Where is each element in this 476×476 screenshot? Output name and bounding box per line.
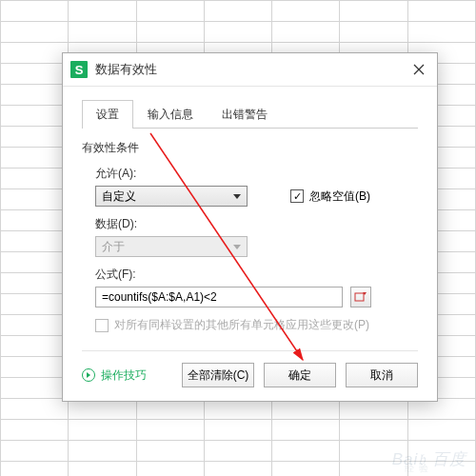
cancel-button[interactable]: 取消 — [346, 363, 418, 387]
play-icon — [82, 368, 95, 382]
tab-input-message[interactable]: 输入信息 — [133, 100, 208, 129]
chevron-down-icon — [233, 245, 241, 249]
svg-rect-0 — [355, 293, 364, 301]
data-validation-dialog: S 数据有效性 设置 输入信息 出错警告 有效性条件 允许(A): 自定义 忽略… — [62, 52, 438, 402]
formula-label: 公式(F): — [95, 267, 418, 283]
formula-input[interactable] — [95, 287, 343, 307]
dialog-title: 数据有效性 — [95, 61, 408, 78]
clear-all-button[interactable]: 全部清除(C) — [182, 363, 254, 387]
ignore-blank-checkbox[interactable]: 忽略空值(B) — [290, 188, 370, 205]
checkbox-icon — [95, 319, 109, 332]
data-value: 介于 — [102, 239, 125, 255]
tab-error-alert[interactable]: 出错警告 — [208, 100, 282, 129]
close-button[interactable] — [408, 59, 429, 80]
range-selector-button[interactable] — [350, 287, 371, 307]
allow-label: 允许(A): — [95, 166, 418, 182]
apply-all-checkbox: 对所有同样设置的其他所有单元格应用这些更改(P) — [95, 317, 418, 333]
tips-link[interactable]: 操作技巧 — [82, 367, 147, 384]
dialog-titlebar[interactable]: S 数据有效性 — [63, 53, 437, 87]
ignore-blank-label: 忽略空值(B) — [309, 188, 370, 205]
ok-button[interactable]: 确定 — [264, 363, 336, 387]
watermark-sub: 经验 — [405, 462, 433, 475]
section-condition-label: 有效性条件 — [82, 140, 418, 156]
tab-settings[interactable]: 设置 — [82, 100, 133, 129]
data-dropdown: 介于 — [95, 236, 248, 257]
apply-all-label: 对所有同样设置的其他所有单元格应用这些更改(P) — [114, 317, 369, 333]
tips-label: 操作技巧 — [101, 367, 147, 384]
chevron-down-icon — [233, 194, 241, 199]
checkbox-icon — [290, 189, 304, 203]
app-icon: S — [70, 61, 88, 78]
allow-value: 自定义 — [102, 188, 136, 205]
data-label: 数据(D): — [95, 216, 418, 232]
allow-dropdown[interactable]: 自定义 — [95, 186, 248, 207]
tab-bar: 设置 输入信息 出错警告 — [82, 100, 418, 129]
